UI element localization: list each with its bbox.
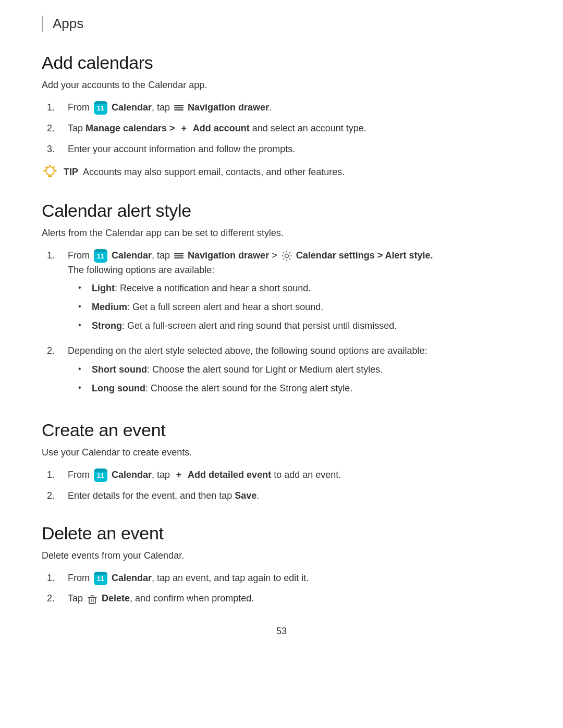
short-sound-option: Short sound: Choose the alert sound for … — [92, 363, 383, 377]
list-item: Short sound: Choose the alert sound for … — [78, 363, 521, 377]
delete-step-2-content: Tap Delete, and confirm when prompted. — [68, 591, 521, 606]
delete-label: Delete — [102, 593, 130, 603]
add-account-label: Add account — [193, 123, 250, 133]
gear-settings-icon — [281, 250, 292, 262]
list-item: Long sound: Choose the alert sound for t… — [78, 381, 521, 396]
svg-line-3 — [54, 167, 55, 168]
save-label: Save — [235, 490, 256, 501]
list-item: From 11 Calendar, tap Navigation drawer. — [47, 101, 521, 115]
list-item: Depending on the alert style selected ab… — [47, 344, 521, 400]
calendar-label-4: Calendar — [112, 573, 152, 583]
calendar-icon-3: 11 — [94, 468, 107, 482]
calendar-label-1: Calendar — [112, 102, 152, 113]
section-desc-add-calendars: Add your accounts to the Calendar app. — [42, 78, 521, 92]
list-item: Strong: Get a full-screen alert and ring… — [78, 319, 521, 334]
section-create-event: Create an event Use your Calendar to cre… — [42, 420, 521, 503]
page-title: Apps — [53, 16, 83, 32]
alert-options-list: Light: Receive a notification and hear a… — [68, 281, 521, 334]
list-item: From 11 Calendar, tap Navigation drawer … — [47, 249, 521, 338]
list-item: Tap Delete, and confirm when prompted. — [47, 591, 521, 606]
sound-options-list: Short sound: Choose the alert sound for … — [68, 363, 521, 396]
delete-event-list: From 11 Calendar, tap an event, and tap … — [42, 571, 521, 607]
create-step-2-content: Enter details for the event, and then ta… — [68, 489, 521, 503]
svg-line-2 — [46, 167, 47, 168]
alert-step-1-content: From 11 Calendar, tap Navigation drawer … — [68, 249, 521, 338]
step-3-content: Enter your account information and follo… — [68, 142, 521, 157]
step-2-content: Tap Manage calendars > + Add account and… — [68, 121, 521, 136]
delete-step-1-content: From 11 Calendar, tap an event, and tap … — [68, 571, 521, 586]
calendar-icon-2: 11 — [94, 249, 107, 263]
section-calendar-alert-style: Calendar alert style Alerts from the Cal… — [42, 201, 521, 400]
list-item: Enter details for the event, and then ta… — [47, 489, 521, 503]
nav-drawer-label-1: Navigation drawer — [188, 102, 269, 113]
tip-box: TIP Accounts may also support email, con… — [42, 165, 521, 181]
svg-point-0 — [46, 167, 54, 175]
section-title-delete-event: Delete an event — [42, 523, 521, 544]
section-title-alert-style: Calendar alert style — [42, 201, 521, 221]
tip-content: Accounts may also support email, contact… — [83, 167, 345, 177]
svg-rect-7 — [89, 597, 95, 603]
list-item: Enter your account information and follo… — [47, 142, 521, 157]
list-item: From 11 Calendar, tap an event, and tap … — [47, 571, 521, 586]
nav-drawer-label-2: Navigation drawer — [188, 250, 269, 261]
calendar-settings-label: Calendar settings > Alert style. — [296, 250, 433, 261]
create-step-1-content: From 11 Calendar, tap + Add detailed eve… — [68, 468, 521, 483]
section-desc-create-event: Use your Calendar to create events. — [42, 446, 521, 460]
section-desc-delete-event: Delete events from your Calendar. — [42, 549, 521, 563]
calendar-label-2: Calendar — [112, 250, 152, 261]
page-number: 53 — [42, 626, 521, 647]
svg-point-6 — [285, 254, 288, 257]
trash-delete-icon — [87, 594, 98, 605]
long-sound-option: Long sound: Choose the alert sound for t… — [92, 381, 352, 396]
menu-icon-1 — [174, 104, 183, 112]
tip-lightbulb-icon — [42, 164, 58, 181]
medium-option: Medium: Get a full screen alert and hear… — [92, 300, 323, 315]
strong-option: Strong: Get a full-screen alert and ring… — [92, 319, 397, 334]
list-item: Tap Manage calendars > + Add account and… — [47, 121, 521, 136]
section-delete-event: Delete an event Delete events from your … — [42, 523, 521, 607]
plus-icon-2: + — [174, 470, 184, 480]
tip-label: TIP — [64, 167, 78, 177]
section-desc-alert-style: Alerts from the Calendar app can be set … — [42, 226, 521, 240]
list-item: From 11 Calendar, tap + Add detailed eve… — [47, 468, 521, 483]
tip-text: TIP Accounts may also support email, con… — [64, 165, 345, 179]
manage-calendars-label: Manage calendars > — [85, 123, 175, 133]
create-event-list: From 11 Calendar, tap + Add detailed eve… — [42, 468, 521, 503]
alert-step-2-content: Depending on the alert style selected ab… — [68, 344, 521, 400]
step-1-content: From 11 Calendar, tap Navigation drawer. — [68, 101, 521, 115]
list-item: Light: Receive a notification and hear a… — [78, 281, 521, 296]
light-option: Light: Receive a notification and hear a… — [92, 281, 311, 296]
section-add-calendars: Add calendars Add your accounts to the C… — [42, 53, 521, 181]
alert-style-list: From 11 Calendar, tap Navigation drawer … — [42, 249, 521, 400]
section-title-add-calendars: Add calendars — [42, 53, 521, 73]
list-item: Medium: Get a full screen alert and hear… — [78, 300, 521, 315]
page-header: Apps — [42, 16, 521, 32]
add-calendars-list: From 11 Calendar, tap Navigation drawer.… — [42, 101, 521, 157]
calendar-label-3: Calendar — [112, 470, 152, 480]
page-container: Apps Add calendars Add your accounts to … — [0, 0, 563, 678]
menu-icon-2 — [174, 252, 183, 260]
plus-icon-1: + — [179, 124, 189, 134]
calendar-icon-4: 11 — [94, 572, 107, 585]
calendar-icon-1: 11 — [94, 101, 107, 115]
section-title-create-event: Create an event — [42, 420, 521, 440]
add-detailed-event-label: Add detailed event — [188, 470, 271, 480]
